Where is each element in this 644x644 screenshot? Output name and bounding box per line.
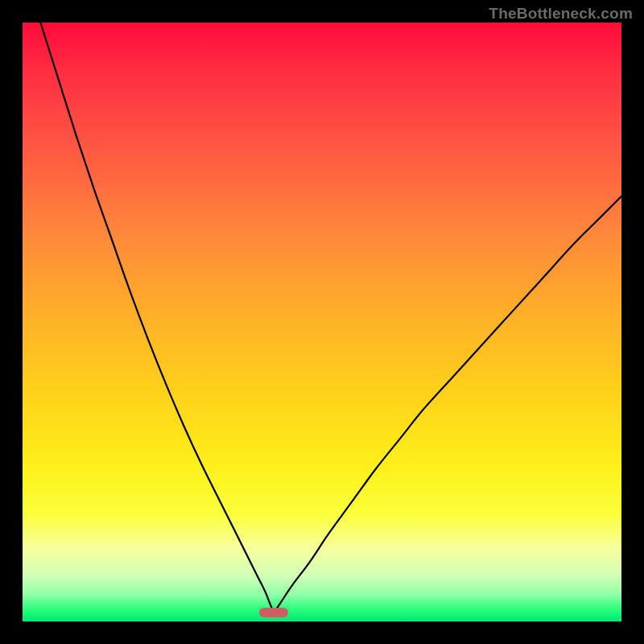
- plot-area: [23, 23, 621, 621]
- minimum-marker: [259, 608, 288, 617]
- curve-left: [40, 23, 274, 613]
- curve-layer: [23, 23, 621, 621]
- curve-right: [274, 196, 621, 613]
- chart-frame: TheBottleneck.com: [0, 0, 644, 644]
- watermark-text: TheBottleneck.com: [489, 5, 633, 23]
